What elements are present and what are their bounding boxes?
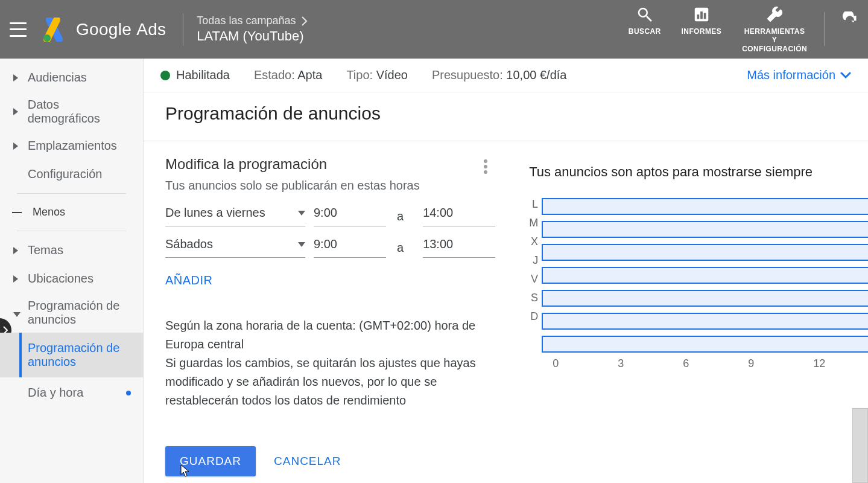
logo: Google Ads	[41, 18, 166, 42]
day-select[interactable]: Sábados	[165, 237, 305, 258]
bar-chart-icon	[692, 5, 711, 24]
more-menu-icon[interactable]	[480, 158, 492, 175]
sidebar-item-topics[interactable]: Temas	[0, 236, 143, 264]
caret-down-icon	[298, 242, 305, 247]
sidebar-less-toggle[interactable]: Menos	[0, 199, 143, 226]
breadcrumb-top: Todas las campañas	[197, 14, 296, 27]
reload-icon	[841, 11, 858, 28]
vertical-scrollbar[interactable]	[852, 408, 868, 483]
breadcrumb-current: LATAM (YouTube)	[197, 28, 308, 44]
search-icon	[636, 5, 654, 24]
sidebar-sub-day-hour[interactable]: Día y hora	[0, 377, 143, 408]
sidebar-item-audiences[interactable]: Audiencias	[0, 63, 143, 92]
chart-bar	[542, 198, 868, 215]
sidebar-item-demographics[interactable]: Datos demográficos	[0, 92, 143, 132]
reload-button[interactable]	[841, 11, 858, 28]
chart-bar	[542, 313, 868, 330]
svg-rect-4	[704, 13, 706, 19]
schedule-chart: L M X J V S D	[529, 198, 868, 370]
caret-down-icon	[298, 211, 305, 216]
time-to-input[interactable]: 14:00	[423, 206, 495, 226]
tools-button[interactable]: HERRAMIENTAS Y CONFIGURACIÓN	[742, 5, 807, 53]
time-from-input[interactable]: 9:00	[314, 237, 386, 258]
reports-button[interactable]: INFORMES	[682, 5, 722, 36]
chart-bar	[542, 336, 868, 353]
hamburger-menu-icon[interactable]	[10, 22, 27, 37]
chart-x-axis: 0 3 6 9 12	[553, 357, 868, 370]
sidebar: Audiencias Datos demográficos Emplazamie…	[0, 59, 144, 483]
svg-rect-2	[697, 14, 699, 19]
add-schedule-button[interactable]: AÑADIR	[165, 273, 213, 287]
status-dot-icon	[160, 71, 170, 80]
chart-bar	[542, 290, 868, 307]
wrench-icon	[765, 5, 784, 24]
sidebar-item-settings[interactable]: Configuración	[0, 160, 143, 188]
time-from-input[interactable]: 9:00	[314, 206, 386, 226]
sidebar-sub-ad-schedule[interactable]: Programación de anuncios	[0, 333, 143, 377]
chart-bar	[542, 244, 868, 261]
chevron-down-icon	[840, 72, 851, 79]
schedule-row: De lunes a viernes 9:00 a 14:00	[165, 206, 495, 226]
indicator-dot-icon	[126, 391, 131, 395]
schedule-chart-title: Tus anuncios son aptos para mostrarse si…	[529, 164, 868, 180]
product-name: Google Ads	[76, 20, 166, 39]
schedule-row: Sábados 9:00 a 13:00	[165, 237, 495, 258]
svg-point-0	[43, 34, 51, 42]
panel-subtitle: Tus anuncios solo se publicarán en estas…	[165, 179, 420, 193]
minus-icon	[12, 212, 22, 213]
save-warning-note: Si guardas los cambios, se quitarán los …	[165, 354, 495, 410]
chart-bar	[542, 267, 868, 284]
chart-bar	[542, 221, 868, 238]
timezone-note: Según la zona horaria de la cuenta: (GMT…	[165, 316, 495, 354]
breadcrumb[interactable]: Todas las campañas LATAM (YouTube)	[197, 14, 308, 44]
cancel-button[interactable]: CANCELAR	[274, 455, 341, 468]
chevron-right-icon	[302, 16, 308, 26]
sidebar-item-placements[interactable]: Emplazamientos	[0, 132, 143, 160]
more-info-toggle[interactable]: Más información	[747, 68, 851, 82]
save-button[interactable]: GUARDAR	[165, 446, 256, 476]
time-to-input[interactable]: 13:00	[423, 237, 495, 258]
campaign-status[interactable]: Habilitada	[160, 68, 230, 82]
mouse-cursor-icon	[180, 464, 191, 478]
search-button[interactable]: BUSCAR	[629, 5, 661, 36]
campaign-info-bar: Habilitada Estado: Apta Tipo: Vídeo Pres…	[144, 59, 868, 92]
sidebar-item-locations[interactable]: Ubicaciones	[0, 264, 143, 293]
ads-logo-icon	[41, 18, 68, 42]
sidebar-item-ad-schedule[interactable]: Programación de anuncios	[0, 293, 143, 333]
page-title: Programación de anuncios	[144, 92, 868, 141]
panel-title: Modifica la programación	[165, 156, 420, 173]
day-select[interactable]: De lunes a viernes	[165, 206, 305, 226]
svg-rect-3	[700, 11, 703, 19]
